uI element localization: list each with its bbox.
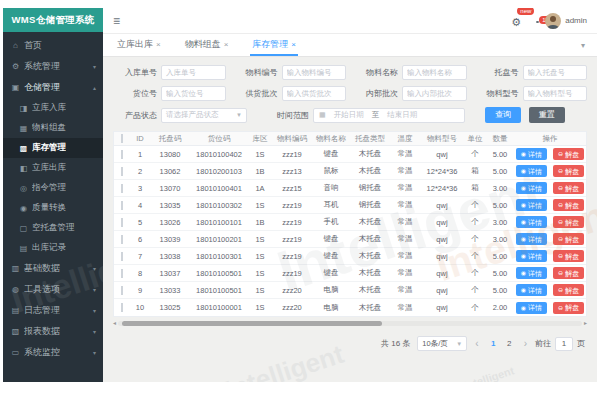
row-checkbox[interactable] <box>121 167 123 176</box>
cell-area: 1B <box>248 218 272 227</box>
cell-temp: 常温 <box>390 268 420 278</box>
filter-input-内部批次[interactable] <box>402 86 467 101</box>
search-button[interactable]: 查询 <box>485 107 521 123</box>
unbind-button-label: 解盘 <box>565 219 579 226</box>
column-header-数量: 数量 <box>486 134 514 144</box>
date-range-picker[interactable]: ▦ 开始日期 至 结束日期 <box>313 108 465 123</box>
row-checkbox[interactable] <box>121 235 123 244</box>
prev-page-button[interactable]: ‹ <box>474 339 479 349</box>
detail-button[interactable]: ◉详情 <box>516 216 547 228</box>
row-checkbox-cell <box>114 184 130 193</box>
table-row[interactable]: 813037180101005011Szzz19键盘木托盘常温qwj个5.00◉… <box>114 265 586 282</box>
detail-button[interactable]: ◉详情 <box>516 165 547 177</box>
filter-input-供货批次[interactable] <box>282 86 347 101</box>
unbind-button[interactable]: ⊖解盘 <box>553 267 584 279</box>
close-icon[interactable]: × <box>156 40 161 49</box>
scroll-right-icon[interactable]: ▸ <box>584 320 587 326</box>
unbind-button[interactable]: ⊖解盘 <box>553 284 584 296</box>
detail-button[interactable]: ◉详情 <box>516 284 547 296</box>
sidebar-item-报表数据[interactable]: ▧报表数据▾ <box>3 321 103 342</box>
sidebar-item-库存管理[interactable]: ▩库存管理 <box>3 138 103 158</box>
row-checkbox[interactable] <box>121 303 123 312</box>
detail-button[interactable]: ◉详情 <box>516 233 547 245</box>
cell-pallet: 13037 <box>150 269 190 278</box>
minus-circle-icon: ⊖ <box>558 236 563 242</box>
table-row[interactable]: 613039180101002011Szzz19键盘木托盘常温qwj个3.00◉… <box>114 231 586 248</box>
unbind-button[interactable]: ⊖解盘 <box>553 182 584 194</box>
tab-likuchuku[interactable]: 立库出库 × <box>115 34 163 56</box>
sidebar-item-空托盘管理[interactable]: ▢空托盘管理 <box>3 218 103 238</box>
scrollbar-track[interactable] <box>118 321 582 326</box>
sidebar-item-出库记录[interactable]: ▤出库记录 <box>3 238 103 258</box>
detail-button[interactable]: ◉详情 <box>516 302 547 314</box>
sidebar-item-系统管理[interactable]: ⚙系统管理▾ <box>3 56 103 77</box>
unbind-button[interactable]: ⊖解盘 <box>553 216 584 228</box>
close-icon[interactable]: × <box>291 40 296 49</box>
table-row[interactable]: 513026180101001011Bzzz19手机木托盘常温qwj个3.00◉… <box>114 214 586 231</box>
row-checkbox[interactable] <box>121 150 123 159</box>
filter-input-托盘号[interactable] <box>523 65 588 80</box>
unbind-button[interactable]: ⊖解盘 <box>553 250 584 262</box>
sidebar-item-日志管理[interactable]: ▤日志管理▾ <box>3 300 103 321</box>
detail-button[interactable]: ◉详情 <box>516 182 547 194</box>
detail-button[interactable]: ◉详情 <box>516 148 547 160</box>
table-row[interactable]: 1013025180101000011Szzz20电脑木托盘常温qwj个2.00… <box>114 299 586 316</box>
tab-wuliaozupan[interactable]: 物料组盘 × <box>183 34 231 56</box>
sidebar-item-首页[interactable]: ⌂首页 <box>3 35 103 56</box>
product-status-select[interactable]: 请选择产品状态 ▼ <box>161 108 247 123</box>
cell-temp: 常温 <box>390 234 420 244</box>
tab-kucunguanli[interactable]: 库存管理 × <box>250 34 298 56</box>
row-checkbox[interactable] <box>121 218 123 227</box>
sidebar-item-指令管理[interactable]: ◎指令管理 <box>3 178 103 198</box>
next-page-button[interactable]: › <box>523 339 528 349</box>
close-icon[interactable]: × <box>224 40 229 49</box>
reset-button[interactable]: 重置 <box>529 107 565 123</box>
scrollbar-thumb[interactable] <box>122 321 382 326</box>
sidebar-item-系统监控[interactable]: ▭系统监控▾ <box>3 342 103 363</box>
row-checkbox-cell <box>114 218 130 227</box>
sidebar-item-立库出库[interactable]: ◧立库出库 <box>3 158 103 178</box>
table-row[interactable]: 313070180101004011Azzz15音响钢托盘常温12*24*36箱… <box>114 180 586 197</box>
row-checkbox[interactable] <box>121 201 123 210</box>
total-count: 共 16 条 <box>381 338 410 349</box>
sidebar-item-仓储管理[interactable]: ▣仓储管理▴ <box>3 77 103 98</box>
unbind-button[interactable]: ⊖解盘 <box>553 233 584 245</box>
sidebar-item-质量转换[interactable]: ◉质量转换 <box>3 198 103 218</box>
detail-button[interactable]: ◉详情 <box>516 267 547 279</box>
filter-input-物料编号[interactable] <box>282 65 347 80</box>
user-menu[interactable]: admin <box>545 13 587 29</box>
table-row[interactable]: 913033180101005011Szzz20电脑木托盘常温qwj个5.00◉… <box>114 282 586 299</box>
row-checkbox[interactable] <box>121 269 123 278</box>
detail-button[interactable]: ◉详情 <box>516 250 547 262</box>
page-number-2[interactable]: 2 <box>503 337 516 350</box>
filter-input-入库单号[interactable] <box>161 65 226 80</box>
table-row[interactable]: 713038180101003011Szzz19键盘木托盘常温qwj个5.00◉… <box>114 248 586 265</box>
unbind-button[interactable]: ⊖解盘 <box>553 302 584 314</box>
table-row[interactable]: 113080180101004021Szzz19键盘木托盘常温qwj个5.00◉… <box>114 146 586 163</box>
row-checkbox[interactable] <box>121 252 123 261</box>
goto-page-input[interactable] <box>555 337 573 351</box>
sidebar-item-工具选项[interactable]: ◍工具选项▾ <box>3 279 103 300</box>
select-all-checkbox[interactable] <box>121 134 123 143</box>
unbind-button[interactable]: ⊖解盘 <box>553 199 584 211</box>
page-size-select[interactable]: 10条/页 ▼ <box>417 336 467 351</box>
row-checkbox[interactable] <box>121 184 123 193</box>
table-row[interactable]: 413035180101003021Szzz19耳机钢托盘常温qwj个5.00◉… <box>114 197 586 214</box>
row-checkbox[interactable] <box>121 286 123 295</box>
table-row[interactable]: 213062180102001031Bzzz13鼠标木托盘常温12*24*36箱… <box>114 163 586 180</box>
filter-input-物料名称[interactable] <box>402 65 467 80</box>
filter-input-物料型号[interactable] <box>523 86 588 101</box>
chevron-down-icon[interactable]: ▾ <box>581 41 585 50</box>
sidebar-item-基础数据[interactable]: ▥基础数据▾ <box>3 258 103 279</box>
unbind-button[interactable]: ⊖解盘 <box>553 148 584 160</box>
filter-input-货位号[interactable] <box>161 86 226 101</box>
cell-mat_code: zzz20 <box>272 303 312 312</box>
detail-button[interactable]: ◉详情 <box>516 199 547 211</box>
scroll-left-icon[interactable]: ◂ <box>113 320 116 326</box>
sidebar-item-立库入库[interactable]: ◨立库入库 <box>3 98 103 118</box>
unbind-button[interactable]: ⊖解盘 <box>553 165 584 177</box>
sidebar-item-物料组盘[interactable]: ▦物料组盘 <box>3 118 103 138</box>
hamburger-menu-icon[interactable]: ≡ <box>113 15 120 27</box>
page-number-1[interactable]: 1 <box>487 337 500 350</box>
settings-button[interactable]: ⚙ new <box>511 12 521 30</box>
